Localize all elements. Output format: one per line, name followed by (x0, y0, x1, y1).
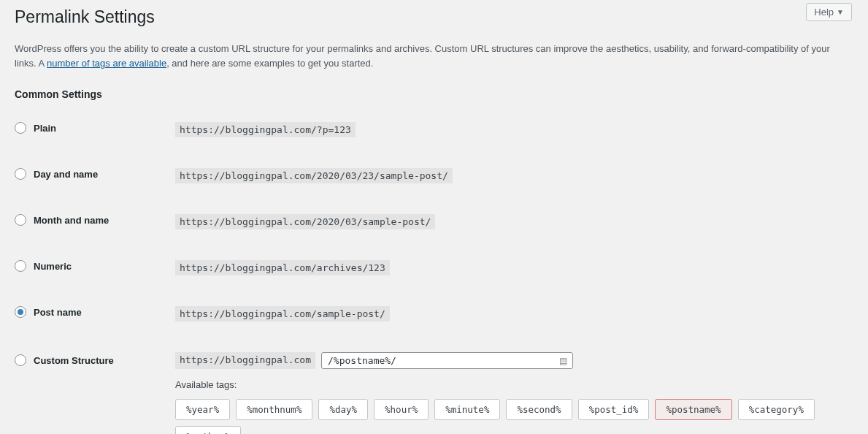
tag-day[interactable]: %day% (318, 399, 368, 420)
option-numeric[interactable]: Numeric https://bloggingpal.com/archives… (15, 260, 853, 275)
tag-minute[interactable]: %minute% (434, 399, 500, 420)
chevron-down-icon: ▼ (837, 8, 844, 16)
help-label: Help (814, 7, 834, 18)
example-url: https://bloggingpal.com/2020/03/sample-p… (175, 214, 435, 229)
tag-postname[interactable]: %postname% (655, 399, 731, 420)
option-plain[interactable]: Plain https://bloggingpal.com/?p=123 (15, 122, 853, 137)
custom-base-url: https://bloggingpal.com (175, 352, 315, 369)
example-url: https://bloggingpal.com/2020/03/23/sampl… (175, 168, 453, 183)
radio-plain[interactable] (15, 122, 26, 134)
option-label: Post name (34, 307, 82, 318)
option-month-and-name[interactable]: Month and name https://bloggingpal.com/2… (15, 214, 853, 229)
available-tags-label: Available tags: (175, 379, 853, 390)
tag-author[interactable]: %author% (175, 426, 241, 434)
available-tags: %year% %monthnum% %day% %hour% %minute% … (175, 399, 853, 434)
option-custom-structure[interactable]: Custom Structure https://bloggingpal.com… (15, 352, 853, 434)
radio-numeric[interactable] (15, 260, 26, 272)
option-label: Month and name (34, 215, 109, 226)
radio-month-and-name[interactable] (15, 214, 26, 226)
example-url: https://bloggingpal.com/archives/123 (175, 260, 390, 275)
custom-structure-input[interactable] (321, 352, 573, 369)
tags-docs-link[interactable]: number of tags are available (47, 58, 166, 69)
tag-monthnum[interactable]: %monthnum% (236, 399, 312, 420)
option-label: Numeric (34, 261, 72, 272)
radio-custom-structure[interactable] (15, 354, 26, 366)
radio-day-and-name[interactable] (15, 168, 26, 180)
help-tab[interactable]: Help ▼ (806, 3, 852, 21)
option-label: Plain (34, 123, 56, 134)
option-label: Day and name (34, 169, 98, 180)
common-settings-heading: Common Settings (15, 88, 853, 100)
option-day-and-name[interactable]: Day and name https://bloggingpal.com/202… (15, 168, 853, 183)
tag-second[interactable]: %second% (506, 399, 572, 420)
tag-hour[interactable]: %hour% (374, 399, 429, 420)
option-post-name[interactable]: Post name https://bloggingpal.com/sample… (15, 306, 853, 321)
intro-text: WordPress offers you the ability to crea… (15, 42, 853, 71)
permalink-options: Plain https://bloggingpal.com/?p=123 Day… (15, 122, 853, 434)
example-url: https://bloggingpal.com/sample-post/ (175, 306, 390, 321)
option-label: Custom Structure (34, 355, 114, 366)
radio-post-name[interactable] (15, 306, 26, 318)
tag-category[interactable]: %category% (738, 399, 815, 420)
tag-year[interactable]: %year% (175, 399, 230, 420)
example-url: https://bloggingpal.com/?p=123 (175, 122, 356, 137)
tag-post-id[interactable]: %post_id% (578, 399, 650, 420)
page-title: Permalink Settings (15, 0, 853, 31)
